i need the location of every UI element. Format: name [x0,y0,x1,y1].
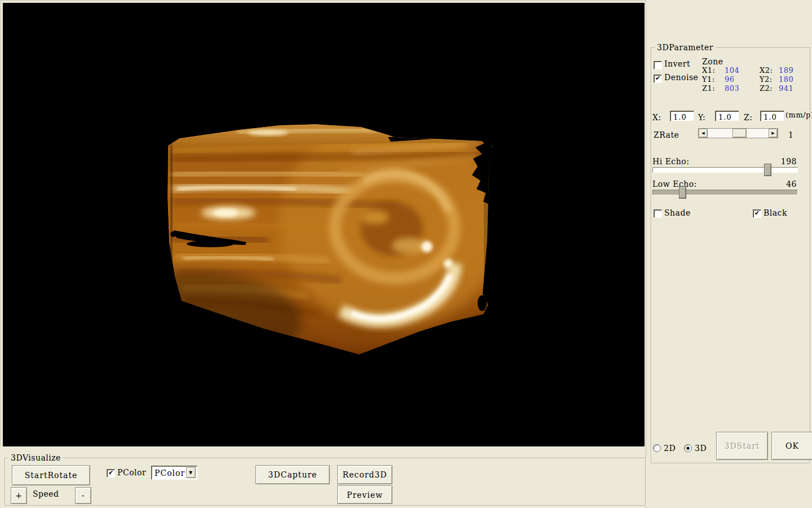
black-check-mark: ✔ [754,209,760,217]
down-arrow-glyph: ▼ [189,470,193,475]
denoise-checkbox[interactable]: ✔ [654,75,662,83]
y-scale-input[interactable]: 1.0 [715,111,739,121]
left-arrow-glyph: ◀ [701,131,704,135]
mode-3d-radio-dot: ● [686,446,690,450]
low-echo-label: Low Echo: [652,180,697,188]
parameter-groupbox: 3DParameter Invert ✔ Denoise Zone X1: 10… [651,47,810,463]
hi-echo-slider[interactable] [652,167,798,173]
mode-3d-radio[interactable]: ● [684,444,692,452]
hi-echo-slider-thumb[interactable] [764,164,771,176]
black-checkbox[interactable]: ✔ [753,209,761,218]
invert-checkbox[interactable] [654,61,662,69]
zone-x1-value: 104 [725,67,739,74]
pcolor-label: PColor [117,468,146,476]
start-rotate-button[interactable]: StartRotate [12,465,90,485]
speed-plus-button[interactable]: + [11,487,27,504]
zone-y2-label: Y2: [760,76,773,83]
visualize-groupbox: 3DVisualize StartRotate ✔ PColor PColor … [5,458,646,506]
zone-x2-value: 189 [779,67,793,74]
scale-unit-label: (mm/p) [785,111,812,119]
zone-x2-label: X2: [760,67,773,74]
denoise-check-mark: ✔ [655,75,660,82]
pcolor-checkbox[interactable]: ✔ [107,469,115,478]
mode-3d-label: 3D [695,444,707,452]
shade-checkbox[interactable] [654,209,662,218]
zrate-label: ZRate [654,131,679,139]
zone-z1-value: 803 [725,85,739,92]
hi-echo-label: Hi Echo: [652,157,689,165]
x-scale-label: X: [652,113,661,121]
shade-label: Shade [664,209,691,217]
zone-z2-label: Z2: [760,85,773,92]
zone-z2-value: 941 [779,85,793,92]
zone-y2-value: 180 [779,76,793,83]
low-echo-slider[interactable] [652,190,798,195]
low-echo-slider-thumb[interactable] [679,186,686,199]
pcolor-check-mark: ✔ [108,469,113,476]
x-scale-input[interactable]: 1.0 [670,111,694,121]
zone-z1-label: Z1: [702,85,715,92]
zone-y1-value: 96 [725,76,735,83]
zrate-left-arrow-icon[interactable]: ◀ [699,129,708,138]
preview-button[interactable]: Preview [337,485,392,504]
visualize-groupbox-title: 3DVisualize [8,453,63,462]
mode-2d-label: 2D [664,444,676,452]
ok-button[interactable]: OK [771,432,812,460]
hi-echo-value: 198 [776,157,797,165]
volume-rendering [3,3,645,446]
mode-2d-radio[interactable] [653,444,661,452]
y-scale-label: Y: [698,113,705,121]
3dstart-button[interactable]: 3DStart [716,432,768,460]
zrate-right-arrow-icon[interactable]: ▶ [769,129,778,138]
black-label: Black [764,209,787,217]
parameter-groupbox-title: 3DParameter [655,43,716,52]
render-viewport[interactable] [3,3,645,446]
visualize-panel: 3DVisualize StartRotate ✔ PColor PColor … [0,446,646,508]
z-scale-input[interactable]: 1.0 [760,111,784,121]
low-echo-value: 46 [776,180,797,188]
zone-x1-label: X1: [702,67,715,74]
z-scale-label: Z: [744,113,752,121]
zone-y1-label: Y1: [702,76,715,83]
speed-minus-button[interactable]: - [75,487,91,504]
right-arrow-glyph: ▶ [771,131,774,135]
zrate-value: 1 [788,131,793,139]
3dcapture-button[interactable]: 3DCapture [255,465,330,484]
invert-label: Invert [664,60,690,68]
pcolor-dropdown[interactable]: PColor ▼ [151,466,197,480]
denoise-label: Denoise [664,73,698,81]
pcolor-dropdown-value: PColor [155,468,185,478]
pcolor-dropdown-arrow-icon[interactable]: ▼ [186,467,196,478]
zrate-scrollbar-thumb[interactable] [732,129,747,138]
zrate-scrollbar-track[interactable] [708,129,769,138]
zrate-scrollbar[interactable]: ◀ ▶ [698,128,778,138]
speed-label: Speed [33,490,59,498]
parameter-panel: 3DParameter Invert ✔ Denoise Zone X1: 10… [646,0,812,508]
record3d-button[interactable]: Record3D [337,465,392,484]
zone-label: Zone [702,58,723,65]
